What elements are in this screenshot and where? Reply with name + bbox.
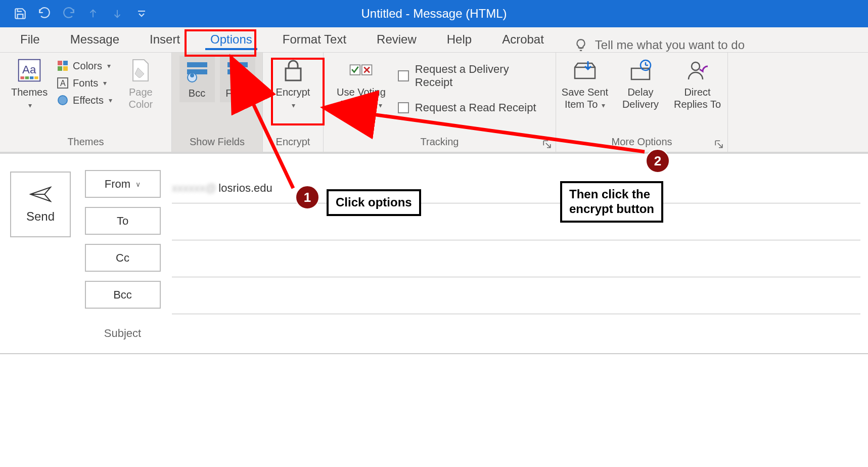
svg-rect-24 (286, 68, 301, 80)
tracking-group-label: Tracking (330, 136, 550, 150)
annotation-step1-badge: 1 (295, 185, 319, 209)
group-more-options: Save Sent Item To ▾ Delay Delivery Direc… (556, 53, 728, 152)
tab-message[interactable]: Message (55, 27, 134, 52)
themes-icon: Aa (17, 58, 42, 83)
fonts-label: Fonts (73, 77, 98, 89)
page-color-button[interactable]: Page Color (119, 56, 162, 112)
to-field-button[interactable]: To (85, 207, 161, 235)
tab-acrobat[interactable]: Acrobat (487, 27, 559, 52)
svg-rect-6 (25, 76, 29, 79)
send-icon (29, 185, 52, 203)
colors-label: Colors (73, 60, 102, 72)
delay-label: Delay Delivery (622, 86, 659, 110)
svg-rect-9 (58, 61, 62, 65)
tab-format-text[interactable]: Format Text (267, 27, 361, 52)
redacted-text: xxxxxx@ (172, 182, 216, 195)
read-receipt-label: Request a Read Receipt (415, 101, 536, 114)
direct-replies-icon (685, 58, 710, 83)
effects-icon (57, 94, 69, 106)
save-sent-icon (572, 58, 598, 83)
from-field-button[interactable]: From ∨ (85, 170, 161, 198)
encrypt-button[interactable]: Encrypt▾ (272, 56, 314, 112)
chevron-down-icon: ∨ (135, 180, 141, 188)
effects-button[interactable]: Effects▾ (55, 93, 114, 107)
checkbox-icon (398, 70, 409, 81)
subject-label: Subject (104, 318, 141, 349)
compose-area: Send From ∨ To Cc Bcc Subject xxxxxx@los… (0, 154, 868, 351)
next-icon[interactable] (110, 6, 125, 21)
svg-rect-11 (58, 66, 62, 71)
voting-button[interactable]: Use Voting Buttons ▾ (330, 56, 393, 112)
page-color-icon (128, 58, 153, 83)
previous-icon[interactable] (85, 6, 101, 21)
svg-point-33 (692, 62, 700, 70)
svg-point-15 (58, 96, 67, 105)
read-receipt-checkbox[interactable]: Request a Read Receipt (398, 101, 550, 114)
tab-options[interactable]: Options (195, 27, 267, 52)
bcc-button[interactable]: Bcc (179, 56, 215, 102)
fonts-button[interactable]: A Fonts▾ (55, 76, 114, 90)
to-button-label: To (117, 215, 128, 228)
delay-delivery-button[interactable]: Delay Delivery (617, 56, 665, 112)
page-color-label: Page Color (128, 86, 153, 110)
subject-input[interactable] (172, 314, 860, 351)
quick-access-toolbar (0, 6, 149, 21)
from-button[interactable]: From (220, 56, 255, 102)
annotation-step2-text: Then click the encrypt button (560, 181, 663, 223)
svg-rect-20 (227, 62, 248, 67)
save-sent-label: Save Sent Item To ▾ (562, 86, 608, 110)
bcc-input[interactable] (172, 277, 860, 314)
delivery-receipt-checkbox[interactable]: Request a Delivery Receipt (398, 63, 550, 89)
from-value: losrios.edu (218, 182, 272, 195)
more-options-group-label: More Options (562, 136, 721, 150)
delivery-receipt-label: Request a Delivery Receipt (415, 63, 550, 89)
lock-icon (281, 58, 306, 83)
cc-field-button[interactable]: Cc (85, 244, 161, 272)
svg-rect-10 (63, 61, 68, 65)
group-tracking: Use Voting Buttons ▾ Request a Delivery … (324, 53, 556, 152)
title-bar: Untitled - Message (HTML) (0, 0, 868, 27)
group-show-fields: Bcc From Show Fields (172, 53, 263, 152)
divider (0, 353, 868, 354)
from-input[interactable]: xxxxxx@losrios.edu (172, 173, 860, 203)
svg-rect-5 (21, 76, 24, 79)
svg-rect-7 (30, 76, 33, 79)
bcc-button-label: Bcc (113, 288, 132, 302)
voting-label: Use Voting Buttons ▾ (337, 86, 386, 110)
undo-icon[interactable] (37, 6, 52, 21)
svg-point-19 (190, 73, 194, 77)
svg-text:A: A (60, 79, 66, 88)
save-sent-button[interactable]: Save Sent Item To ▾ (559, 56, 612, 112)
tab-insert[interactable]: Insert (134, 27, 195, 52)
from-icon (225, 59, 250, 84)
tab-review[interactable]: Review (361, 27, 432, 52)
dialog-launcher-icon[interactable] (542, 140, 552, 149)
colors-button[interactable]: Colors▾ (55, 59, 114, 73)
themes-group-label: Themes (6, 136, 165, 150)
cc-button-label: Cc (116, 251, 129, 265)
checkbox-icon (398, 102, 409, 113)
tell-me-search[interactable]: Tell me what you want to do (574, 38, 745, 52)
to-input[interactable] (172, 203, 860, 240)
customize-qat-icon[interactable] (134, 6, 149, 21)
bcc-label: Bcc (189, 87, 205, 99)
save-icon[interactable] (13, 6, 28, 21)
svg-rect-8 (34, 76, 38, 79)
direct-replies-button[interactable]: Direct Replies To (670, 56, 725, 112)
lightbulb-icon (574, 38, 587, 52)
redo-icon[interactable] (61, 6, 76, 21)
bcc-icon (185, 59, 210, 84)
bcc-field-button[interactable]: Bcc (85, 281, 161, 309)
ribbon: Aa Themes▾ Colors▾ A Fonts▾ Effects▾ (0, 53, 868, 154)
show-fields-group-label: Show Fields (178, 136, 256, 150)
dialog-launcher-icon[interactable] (714, 140, 723, 149)
from-button-label: From (105, 178, 130, 191)
themes-label: Themes▾ (11, 86, 48, 110)
ribbon-tabs: File Message Insert Options Format Text … (0, 27, 868, 53)
tab-file[interactable]: File (5, 27, 55, 52)
send-button[interactable]: Send (10, 172, 71, 237)
themes-button[interactable]: Aa Themes▾ (9, 56, 50, 112)
tab-help[interactable]: Help (432, 27, 487, 52)
cc-input[interactable] (172, 240, 860, 277)
from-label: From (225, 87, 249, 99)
